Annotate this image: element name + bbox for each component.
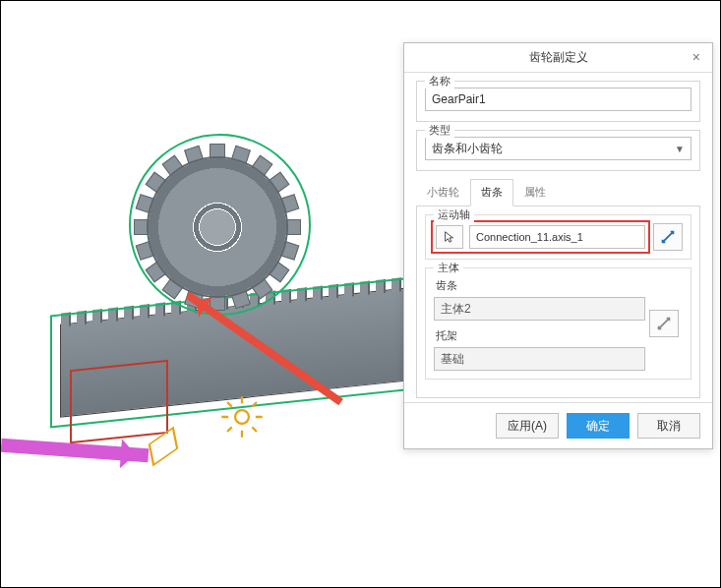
app-frame: 齿轮副定义 × 名称 类型 齿条和小齿轮 ▼ 小齿轮 齿条 属性 运动轴 (0, 0, 721, 588)
body-group: 主体 齿条 托架 (425, 267, 691, 380)
dialog-title-bar: 齿轮副定义 × (404, 43, 712, 73)
swap-bodies-button[interactable] (649, 310, 679, 337)
gear-face (149, 158, 286, 296)
tab-rack[interactable]: 齿条 (470, 179, 513, 206)
pick-axis-button[interactable] (436, 225, 463, 249)
gear-pair-dialog: 齿轮副定义 × 名称 类型 齿条和小齿轮 ▼ 小齿轮 齿条 属性 运动轴 (403, 42, 713, 449)
motion-axis-label: 运动轴 (434, 207, 474, 222)
rack-body-field (434, 297, 645, 321)
cancel-button[interactable]: 取消 (637, 413, 700, 439)
close-icon[interactable]: × (687, 47, 706, 67)
name-section: 名称 (416, 81, 700, 122)
type-label: 类型 (425, 123, 454, 138)
ok-button[interactable]: 确定 (567, 413, 630, 439)
apply-button[interactable]: 应用(A) (496, 413, 559, 439)
tab-attrs[interactable]: 属性 (513, 179, 557, 206)
carrier-label: 托架 (436, 328, 645, 343)
gear-glyph-icon (219, 394, 265, 440)
tab-body-rack: 运动轴 主体 (416, 206, 700, 398)
dialog-title: 齿轮副定义 (529, 49, 588, 66)
dialog-buttons: 应用(A) 确定 取消 (404, 402, 712, 448)
motion-axis-group: 运动轴 (425, 214, 691, 260)
tabs-area: 小齿轮 齿条 属性 运动轴 (416, 179, 700, 398)
viewport-3d[interactable] (1, 1, 414, 588)
flip-icon (659, 228, 677, 246)
flip-axis-button[interactable] (653, 223, 683, 251)
svg-point-0 (235, 410, 249, 424)
cursor-icon (443, 230, 456, 244)
gear-assembly (139, 148, 296, 306)
carrier-field (434, 347, 645, 371)
type-select[interactable]: 齿条和小齿轮 ▼ (425, 137, 691, 160)
type-section: 类型 齿条和小齿轮 ▼ (416, 130, 700, 171)
swap-icon (655, 315, 673, 332)
name-label: 名称 (425, 74, 454, 88)
type-value: 齿条和小齿轮 (432, 141, 503, 157)
motion-axis-input[interactable] (469, 225, 645, 249)
rack-body-label: 齿条 (436, 278, 645, 293)
annotation-box (70, 360, 168, 444)
name-input[interactable] (425, 88, 691, 111)
body-group-label: 主体 (434, 261, 463, 275)
chevron-down-icon: ▼ (675, 144, 685, 154)
tab-pinion[interactable]: 小齿轮 (416, 179, 470, 206)
tab-strip: 小齿轮 齿条 属性 (416, 179, 700, 206)
